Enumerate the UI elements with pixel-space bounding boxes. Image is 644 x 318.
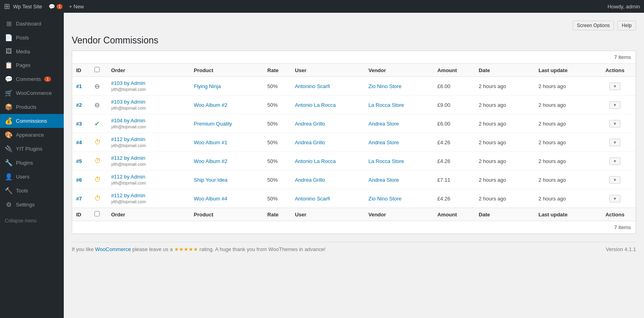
- media-icon: 🖼: [5, 48, 13, 55]
- user-link[interactable]: Antonino Scarfi: [295, 196, 330, 202]
- product-link[interactable]: Premium Quality: [194, 121, 232, 127]
- sidebar-item-tools[interactable]: 🔨 Tools: [0, 184, 64, 198]
- col-header-lastupdate[interactable]: Last update: [534, 64, 594, 77]
- user-link[interactable]: Antonino Scarfi: [295, 83, 330, 89]
- actions-button[interactable]: ▼: [609, 101, 620, 109]
- product-link[interactable]: Woo Album #4: [194, 196, 227, 202]
- product-link[interactable]: Woo Album #2: [194, 158, 227, 164]
- row-date: 2 hours ago: [475, 171, 534, 189]
- row-check[interactable]: ⏱: [90, 133, 107, 152]
- sidebar-item-posts[interactable]: 📄 Posts: [0, 31, 64, 45]
- product-link[interactable]: Woo Album #2: [194, 102, 227, 108]
- actions-arrow-icon: ▼: [613, 196, 617, 201]
- order-link[interactable]: #112 by Admin: [111, 136, 145, 142]
- row-product: Premium Quality: [190, 114, 263, 133]
- collapse-menu-button[interactable]: Collapse menu: [0, 215, 64, 227]
- sidebar-item-users[interactable]: 👤 Users: [0, 170, 64, 184]
- product-link[interactable]: Ship Your Idea: [194, 177, 228, 183]
- actions-button[interactable]: ▼: [609, 82, 620, 90]
- col-header-id[interactable]: ID: [72, 64, 90, 77]
- row-check[interactable]: ⊖: [90, 96, 107, 114]
- col-header-order[interactable]: Order: [107, 64, 190, 77]
- col-header-amount[interactable]: Amount: [433, 64, 475, 77]
- sidebar-item-settings[interactable]: ⚙ Settings: [0, 198, 64, 212]
- comments-bar-item[interactable]: 💬 1: [49, 4, 63, 10]
- order-link[interactable]: #112 by Admin: [111, 174, 145, 180]
- actions-arrow-icon: ▼: [613, 159, 617, 163]
- sidebar-item-yit-plugins[interactable]: 🔌 YIT Plugins: [0, 142, 64, 156]
- row-lastupdate: 2 hours ago: [534, 77, 594, 96]
- commission-id-link[interactable]: #4: [76, 139, 82, 145]
- sidebar-item-dashboard[interactable]: ⊞ Dashboard: [0, 17, 64, 31]
- actions-button[interactable]: ▼: [609, 195, 620, 202]
- order-link[interactable]: #112 by Admin: [111, 192, 145, 198]
- order-link[interactable]: #103 by Admin: [111, 99, 145, 105]
- vendor-link[interactable]: La Rocca Store: [368, 158, 404, 164]
- user-link[interactable]: Andrea Grillo: [295, 121, 325, 127]
- new-bar-item[interactable]: + New: [69, 4, 84, 10]
- table-body: #1 ⊖ #103 by Admin yith@topmail.com Flyi…: [72, 77, 636, 208]
- product-link[interactable]: Woo Album #1: [194, 139, 227, 145]
- commission-id-link[interactable]: #1: [76, 83, 82, 89]
- help-button[interactable]: Help: [617, 21, 636, 30]
- status-icon: ⊖: [94, 101, 100, 109]
- actions-button[interactable]: ▼: [609, 139, 620, 146]
- sidebar-item-media[interactable]: 🖼 Media: [0, 45, 64, 58]
- vendor-link[interactable]: Andrea Store: [368, 139, 399, 145]
- screen-options-button[interactable]: Screen Options: [573, 21, 615, 30]
- row-rate: 50%: [263, 152, 291, 171]
- col-footer-check[interactable]: [90, 208, 107, 221]
- actions-button[interactable]: ▼: [609, 120, 620, 128]
- vendor-link[interactable]: Andrea Store: [368, 121, 399, 127]
- sidebar-item-pages[interactable]: 📋 Pages: [0, 58, 64, 72]
- row-check[interactable]: ⏱: [90, 189, 107, 208]
- product-link[interactable]: Flying Ninja: [194, 83, 221, 89]
- vendor-link[interactable]: Andrea Store: [368, 177, 399, 183]
- user-link[interactable]: Antonio La Rocca: [295, 158, 336, 164]
- col-footer-user: User: [291, 208, 365, 221]
- col-header-check[interactable]: [90, 64, 107, 77]
- row-id: #6: [72, 171, 90, 189]
- select-all-checkbox[interactable]: [94, 67, 100, 72]
- sidebar-item-products[interactable]: 📦 Products: [0, 100, 64, 114]
- row-check[interactable]: ⏱: [90, 152, 107, 171]
- woocommerce-link[interactable]: WooCommerce: [95, 246, 131, 252]
- col-header-rate[interactable]: Rate: [263, 64, 291, 77]
- col-header-vendor[interactable]: Vendor: [364, 64, 433, 77]
- row-check[interactable]: ⏱: [90, 171, 107, 189]
- col-header-date[interactable]: Date: [475, 64, 534, 77]
- order-link[interactable]: #103 by Admin: [111, 80, 145, 86]
- footer-text: If you like WooCommerce please leave us …: [72, 246, 326, 252]
- sidebar-item-plugins[interactable]: 🔧 Plugins: [0, 156, 64, 170]
- row-user: Antonio La Rocca: [291, 152, 365, 171]
- select-all-footer-checkbox[interactable]: [94, 211, 100, 216]
- commission-id-link[interactable]: #3: [76, 121, 82, 127]
- row-check[interactable]: ⊖: [90, 77, 107, 96]
- commission-id-link[interactable]: #6: [76, 177, 82, 183]
- col-header-user[interactable]: User: [291, 64, 365, 77]
- row-date: 2 hours ago: [475, 189, 534, 208]
- vendor-link[interactable]: Zio Nino Store: [368, 196, 401, 202]
- order-link[interactable]: #104 by Admin: [111, 118, 145, 124]
- status-icon: ⏱: [94, 139, 101, 146]
- row-check[interactable]: ✔: [90, 114, 107, 133]
- actions-button[interactable]: ▼: [609, 157, 620, 165]
- order-link[interactable]: #112 by Admin: [111, 155, 145, 161]
- sidebar-item-woocommerce[interactable]: 🛒 WooCommerce: [0, 86, 64, 100]
- user-link[interactable]: Andrea Grillo: [295, 139, 325, 145]
- commission-id-link[interactable]: #5: [76, 158, 82, 164]
- sidebar-item-comments[interactable]: 💬 Comments 1: [0, 72, 64, 86]
- vendor-link[interactable]: La Rocca Store: [368, 102, 404, 108]
- user-link[interactable]: Antonio La Rocca: [295, 102, 336, 108]
- user-link[interactable]: Andrea Grillo: [295, 177, 325, 183]
- commission-id-link[interactable]: #7: [76, 196, 82, 202]
- vendor-link[interactable]: Zio Nino Store: [368, 83, 401, 89]
- site-name[interactable]: Wp Test Site: [13, 4, 42, 10]
- sidebar-item-commissions[interactable]: 💰 Commissions: [0, 114, 64, 128]
- sidebar-item-appearance[interactable]: 🎨 Appearance: [0, 128, 64, 142]
- col-footer-product: Product: [190, 208, 263, 221]
- commission-id-link[interactable]: #2: [76, 102, 82, 108]
- actions-button[interactable]: ▼: [609, 176, 620, 184]
- col-header-product[interactable]: Product: [190, 64, 263, 77]
- wp-logo-icon[interactable]: ⊞: [4, 2, 10, 11]
